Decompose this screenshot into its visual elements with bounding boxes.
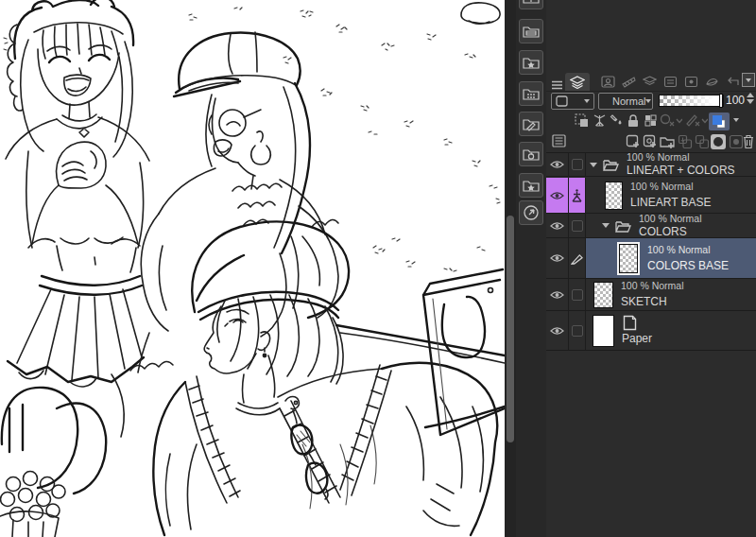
chevron-down-icon bbox=[645, 99, 651, 103]
new-raster-layer-button[interactable] bbox=[626, 134, 641, 149]
chevron-down-icon bbox=[746, 78, 751, 82]
spinner-down-icon bbox=[747, 99, 754, 104]
tab-badge[interactable] bbox=[682, 75, 699, 89]
layer-name: COLORS bbox=[639, 225, 702, 239]
ruler-combo-disabled[interactable] bbox=[685, 113, 708, 128]
layer-row-lineart-colors-folder[interactable]: 100 % Normal LINEART + COLORS bbox=[546, 152, 756, 177]
material-folder-button-3[interactable] bbox=[519, 50, 543, 75]
create-layer-mask-button[interactable] bbox=[711, 134, 726, 149]
tab-layer-search[interactable] bbox=[662, 75, 679, 89]
paint-app-window: Normal 100 bbox=[0, 0, 756, 537]
layers-stack-icon bbox=[570, 76, 585, 89]
layer-name: LINEART + COLORS bbox=[627, 164, 735, 178]
folder-expand-chevron[interactable] bbox=[590, 163, 597, 167]
blend-mode-combo[interactable]: Normal bbox=[598, 93, 653, 110]
layer-color-chevron[interactable] bbox=[733, 118, 739, 122]
layer-mask-icon bbox=[713, 136, 724, 147]
transfer-to-lower-button[interactable] bbox=[678, 134, 693, 149]
scrollbar-thumb[interactable] bbox=[507, 216, 514, 442]
visibility-toggle[interactable] bbox=[546, 311, 569, 350]
layer-mark-cell[interactable] bbox=[569, 214, 586, 237]
folder-window-icon bbox=[523, 24, 540, 39]
chevron-down-icon bbox=[733, 118, 739, 122]
folder-grid-icon bbox=[523, 0, 540, 5]
opacity-slider-handle[interactable] bbox=[719, 94, 723, 108]
mask-x-chevron-icon bbox=[660, 113, 682, 128]
canvas-vertical-scrollbar[interactable] bbox=[505, 0, 516, 537]
opacity-spinner[interactable] bbox=[747, 93, 754, 104]
panel-lines-icon bbox=[663, 76, 678, 88]
layer-color-selector[interactable] bbox=[709, 113, 730, 130]
tab-layers[interactable] bbox=[565, 73, 590, 91]
clip-to-layer-below-button[interactable] bbox=[575, 113, 589, 128]
layer-mark-cell[interactable] bbox=[569, 238, 586, 278]
layer-palette-color-combo[interactable] bbox=[551, 93, 594, 110]
folder-brand-icon bbox=[523, 147, 540, 162]
layer-row-paper[interactable]: Paper bbox=[546, 311, 756, 351]
merge-to-lower-button[interactable] bbox=[695, 134, 710, 149]
visibility-toggle[interactable] bbox=[546, 238, 569, 278]
layer-mark-cell[interactable] bbox=[569, 153, 586, 176]
drawing-canvas[interactable] bbox=[0, 0, 505, 537]
tab-history[interactable] bbox=[724, 75, 741, 89]
folder-expand-chevron[interactable] bbox=[602, 223, 610, 228]
layer-name: COLORS BASE bbox=[647, 259, 729, 273]
material-folder-button-2[interactable] bbox=[519, 19, 543, 43]
new-layer-icon bbox=[626, 134, 641, 149]
visibility-toggle[interactable] bbox=[546, 153, 569, 176]
palette-overflow-button[interactable] bbox=[742, 73, 755, 87]
layer-mark-cell[interactable] bbox=[569, 178, 586, 213]
layer-thumbnail[interactable] bbox=[593, 282, 613, 308]
visibility-toggle[interactable] bbox=[546, 279, 569, 310]
layer-row-colors-base[interactable]: 100 % Normal COLORS BASE bbox=[546, 238, 756, 279]
layer-commands-row bbox=[546, 132, 756, 151]
layer-row-lineart-base[interactable]: 100 % Normal LINEART BASE bbox=[546, 178, 756, 214]
visibility-toggle[interactable] bbox=[546, 178, 569, 213]
layer-thumbnail[interactable] bbox=[619, 244, 638, 273]
paper-thumbnail[interactable] bbox=[593, 315, 614, 347]
material-folder-button-7[interactable] bbox=[519, 173, 543, 198]
tab-layer-property[interactable] bbox=[599, 75, 616, 89]
delete-layer-button[interactable] bbox=[742, 133, 755, 149]
rock bbox=[461, 3, 500, 24]
layer-row-colors-folder[interactable]: 100 % Normal COLORS bbox=[546, 214, 756, 238]
draft-layer-button[interactable] bbox=[593, 113, 607, 128]
tab-timeline[interactable] bbox=[641, 75, 658, 89]
lock-layer-button[interactable] bbox=[627, 113, 640, 128]
layer-thumbnail[interactable] bbox=[605, 182, 623, 210]
new-layer-settings-button[interactable] bbox=[643, 134, 658, 149]
canvas-lineart bbox=[0, 0, 505, 537]
layer-mark-cell[interactable] bbox=[569, 279, 586, 310]
material-folder-button-6[interactable] bbox=[519, 142, 543, 166]
lock-transparent-pixels-button[interactable] bbox=[644, 113, 658, 128]
enable-mask-combo-disabled[interactable] bbox=[660, 113, 682, 128]
layer-mark-cell[interactable] bbox=[569, 311, 586, 350]
checker-lock-icon bbox=[644, 113, 658, 128]
film-cel-icon bbox=[622, 76, 636, 88]
blend-opacity-row: Normal 100 bbox=[546, 91, 756, 111]
material-folder-button-4[interactable] bbox=[519, 81, 543, 106]
eye-icon bbox=[550, 290, 564, 300]
palette-list-button[interactable] bbox=[552, 134, 566, 147]
pen-droplet-icon bbox=[610, 113, 624, 128]
padlock-icon bbox=[627, 113, 640, 128]
clip-layer-icon bbox=[575, 113, 589, 128]
palette-tab-bar bbox=[546, 73, 756, 92]
tab-animation-cels[interactable] bbox=[620, 75, 637, 89]
tab-swoosh[interactable] bbox=[703, 75, 720, 89]
folder-star-icon bbox=[523, 178, 540, 193]
opacity-slider[interactable] bbox=[659, 95, 724, 107]
layer-name: SKETCH bbox=[621, 295, 684, 309]
opacity-value: 100 bbox=[726, 94, 745, 107]
material-folder-button-5[interactable] bbox=[519, 112, 543, 136]
material-folder-button-1[interactable] bbox=[519, 0, 543, 9]
list-panel-icon bbox=[552, 134, 566, 147]
layer-row-sketch[interactable]: 100 % Normal SKETCH bbox=[546, 279, 756, 311]
lock-pen-button[interactable] bbox=[610, 113, 624, 128]
eye-icon bbox=[550, 253, 564, 263]
sub-view-button[interactable] bbox=[519, 200, 543, 225]
visibility-toggle[interactable] bbox=[546, 214, 569, 237]
new-folder-icon bbox=[660, 134, 676, 149]
trash-icon bbox=[742, 133, 755, 149]
new-folder-button[interactable] bbox=[660, 134, 676, 149]
